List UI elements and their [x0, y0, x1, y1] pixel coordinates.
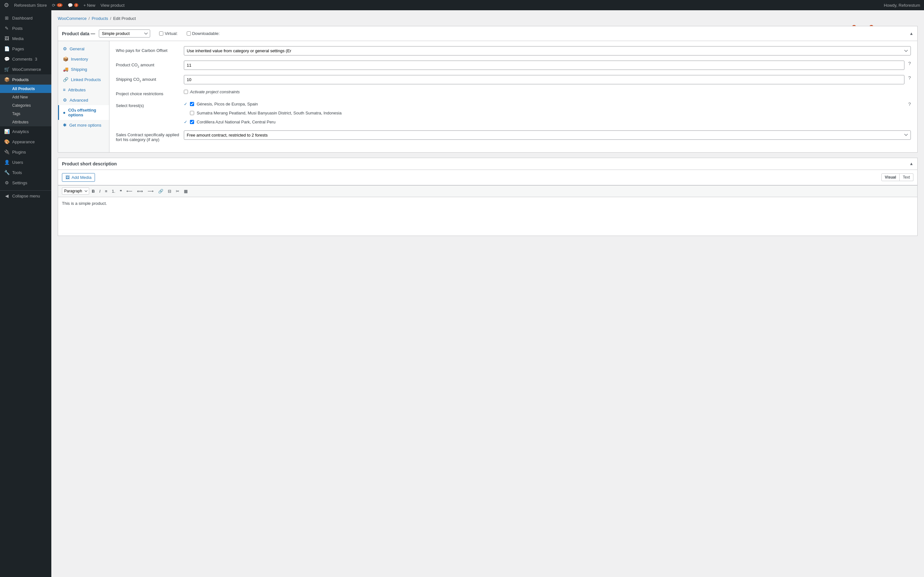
short-desc-collapse-button[interactable]: ▲	[909, 161, 913, 166]
forest-item-1: ✓ Génesis, Picos de Europa, Spain	[184, 101, 905, 107]
product-data-title: Product data —	[62, 31, 95, 36]
short-description-header: Product short description ▲	[58, 158, 917, 170]
bold-button[interactable]: B	[90, 187, 97, 195]
sidebar-item-plugins[interactable]: 🔌 Plugins	[0, 147, 51, 157]
italic-button[interactable]: I	[97, 187, 102, 195]
product-data-body: ⚙ General 📦 Inventory 🚚 Shipping 🔗	[58, 41, 917, 152]
sales-contract-select[interactable]: Free amount contract, restricted to 2 fo…	[184, 131, 911, 140]
product-co2-field	[184, 61, 905, 70]
sidebar-item-pages[interactable]: 📄 Pages	[0, 44, 51, 54]
unordered-list-button[interactable]: ≡	[103, 187, 110, 195]
adminbar-new[interactable]: + New	[83, 3, 95, 8]
sidebar-item-all-products[interactable]: All Products	[0, 85, 51, 93]
add-media-icon: 🖼	[65, 175, 69, 180]
sidebar-item-users[interactable]: 👤 Users	[0, 157, 51, 167]
sidebar-item-tags[interactable]: Tags	[0, 110, 51, 118]
attributes-tab-icon: ≡	[63, 87, 65, 92]
align-center-button[interactable]: ⟺	[135, 187, 145, 195]
product-co2-input[interactable]	[184, 61, 905, 70]
project-choice-checkbox[interactable]	[184, 90, 188, 94]
tools-icon: 🔧	[4, 170, 10, 175]
pages-icon: 📄	[4, 46, 10, 51]
tab-general[interactable]: ⚙ General	[58, 44, 109, 54]
shipping-co2-help-icon[interactable]: ?	[908, 75, 911, 81]
forest1-checkbox[interactable]	[190, 102, 194, 106]
sidebar-item-dashboard[interactable]: ⊞ Dashboard	[0, 13, 51, 23]
tab-inventory[interactable]: 📦 Inventory	[58, 54, 109, 64]
link-button[interactable]: 🔗	[156, 187, 165, 195]
breadcrumb-woocommerce[interactable]: WooCommerce	[58, 16, 87, 21]
wp-logo[interactable]: ⚙	[4, 2, 9, 9]
adminbar-comments[interactable]: 💬 3	[68, 3, 78, 8]
dashboard-icon: ⊞	[4, 15, 10, 21]
sidebar-item-posts[interactable]: ✎ Posts	[0, 23, 51, 33]
who-pays-row: Who pays for Carbon Offset Use inherited…	[116, 46, 911, 55]
sidebar-item-products[interactable]: 📦 Products	[0, 74, 51, 85]
forest2-checkbox[interactable]	[190, 111, 194, 115]
virtual-label: Virtual:	[159, 31, 178, 36]
align-left-button[interactable]: ⟵	[124, 187, 134, 195]
forests-help-icon[interactable]: ?	[908, 101, 911, 107]
adminbar-site[interactable]: Reforestum Store	[14, 3, 47, 8]
sidebar-item-add-new[interactable]: Add New	[0, 93, 51, 101]
sales-contract-field: Free amount contract, restricted to 2 fo…	[184, 131, 911, 140]
add-media-button[interactable]: 🖼 Add Media	[62, 173, 95, 182]
ordered-list-button[interactable]: 1.	[110, 187, 118, 195]
sidebar: ⊞ Dashboard ✎ Posts 🖼 Media 📄 Pages 💬 Co…	[0, 10, 51, 577]
table-button[interactable]: ▦	[182, 187, 190, 195]
postbox-collapse-button[interactable]: ▲	[909, 31, 913, 36]
shipping-co2-input[interactable]	[184, 75, 905, 84]
inventory-tab-icon: 📦	[63, 56, 68, 61]
horizontal-rule-button[interactable]: ⊟	[166, 187, 173, 195]
main-content: WooCommerce / Products / Edit Product	[51, 10, 924, 577]
product-type-select[interactable]: Simple product	[99, 29, 150, 37]
sidebar-item-comments[interactable]: 💬 Comments 3	[0, 54, 51, 64]
adminbar-howdy: Howdy, Reforestum	[884, 3, 920, 8]
blockquote-button[interactable]: ❝	[118, 187, 124, 195]
who-pays-label: Who pays for Carbon Offset	[116, 46, 180, 53]
product-co2-label: Product CO2 amount	[116, 61, 180, 68]
shipping-tab-icon: 🚚	[63, 67, 68, 72]
project-choice-row: Project choice restrictions Activate pro…	[116, 89, 911, 96]
align-right-button[interactable]: ⟶	[145, 187, 156, 195]
sidebar-item-media[interactable]: 🖼 Media	[0, 33, 51, 44]
short-description-body: 🖼 Add Media Visual Text Paragraph	[58, 170, 917, 235]
sidebar-item-attributes[interactable]: Attributes	[0, 118, 51, 126]
plugins-icon: 🔌	[4, 149, 10, 155]
forest3-checkbox[interactable]	[190, 120, 194, 124]
tab-attributes[interactable]: ≡ Attributes	[58, 85, 109, 95]
forest2-name: Sumatra Merang Peatland, Musi Banyuasin …	[197, 110, 342, 116]
adminbar-view-product[interactable]: View product	[100, 3, 124, 8]
tab-shipping[interactable]: 🚚 Shipping	[58, 64, 109, 74]
breadcrumb-products[interactable]: Products	[92, 16, 108, 21]
fullscreen-button[interactable]: ✂	[174, 187, 181, 195]
editor-content[interactable]: This is a simple product.	[58, 197, 917, 235]
tab-get-more[interactable]: ✱ Get more options	[58, 120, 109, 130]
tab-advanced[interactable]: ⚙ Advanced	[58, 95, 109, 105]
sidebar-item-appearance[interactable]: 🎨 Appearance	[0, 137, 51, 147]
sidebar-item-tools[interactable]: 🔧 Tools	[0, 167, 51, 177]
tab-linked-products[interactable]: 🔗 Linked Products	[58, 74, 109, 85]
product-co2-help-icon[interactable]: ?	[908, 61, 911, 66]
downloadable-checkbox[interactable]	[187, 31, 191, 35]
text-tab[interactable]: Text	[900, 173, 913, 181]
sidebar-item-settings[interactable]: ⚙ Settings	[0, 177, 51, 188]
short-description-title: Product short description	[62, 161, 909, 166]
paragraph-select[interactable]: Paragraph	[62, 187, 89, 195]
downloadable-label: Downloadable:	[187, 31, 220, 36]
collapse-menu[interactable]: ◀ Collapse menu	[0, 190, 51, 201]
collapse-icon: ◀	[4, 193, 10, 198]
product-data-postbox: Product data — Simple product Virtual: D…	[58, 26, 918, 153]
virtual-checkbox[interactable]	[159, 31, 163, 35]
sidebar-item-categories[interactable]: Categories	[0, 101, 51, 110]
tab-co2-offsetting[interactable]: ● CO₂ offsetting options	[58, 105, 109, 120]
users-icon: 👤	[4, 160, 10, 165]
project-choice-checkbox-label[interactable]: Activate project constraints	[184, 89, 911, 94]
sidebar-item-woocommerce[interactable]: 🛒 WooCommerce	[0, 64, 51, 74]
sidebar-item-analytics[interactable]: 📊 Analytics	[0, 126, 51, 137]
who-pays-select[interactable]: Use inherited value from category or gen…	[184, 46, 911, 55]
adminbar-updates[interactable]: ⟳ 14	[52, 3, 63, 8]
visual-tab[interactable]: Visual	[881, 173, 900, 181]
shipping-co2-field	[184, 75, 905, 84]
select-forests-label: Select forest(s)	[116, 101, 180, 108]
